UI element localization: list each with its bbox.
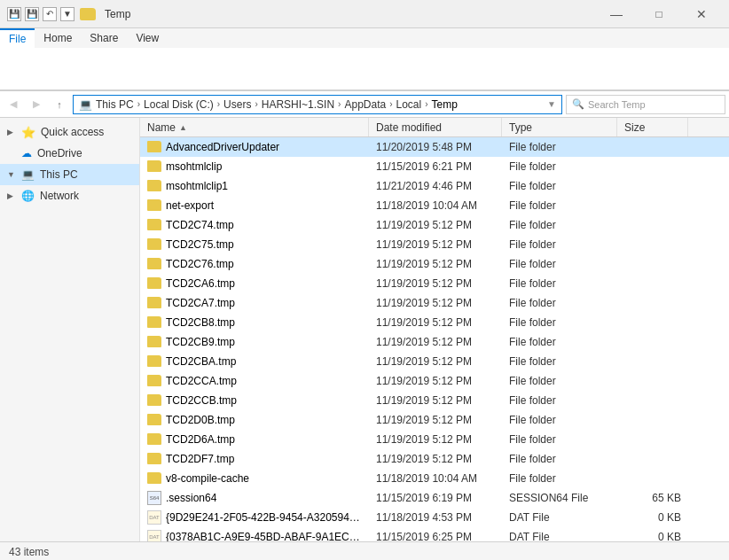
file-cell-name: TCD2C76.tmp <box>140 258 369 270</box>
file-name: TCD2C76.tmp <box>166 258 234 270</box>
folder-icon <box>147 297 161 308</box>
table-row[interactable]: TCD2C74.tmp 11/19/2019 5:12 PM File fold… <box>140 215 729 235</box>
col-header-type[interactable]: Type <box>502 118 617 136</box>
col-header-name[interactable]: Name ▲ <box>140 118 369 136</box>
tab-view[interactable]: View <box>127 28 168 48</box>
table-row[interactable]: net-export 11/18/2019 10:04 AM File fold… <box>140 196 729 215</box>
file-name: msohtmlclip <box>166 160 222 173</box>
table-row[interactable]: TCD2DF7.tmp 11/19/2019 5:12 PM File fold… <box>140 449 729 469</box>
table-row[interactable]: TCD2CCB.tmp 11/19/2019 5:12 PM File fold… <box>140 391 729 410</box>
table-row[interactable]: TCD2D6A.tmp 11/19/2019 5:12 PM File fold… <box>140 430 729 449</box>
forward-button[interactable]: ▶ <box>27 95 46 114</box>
table-row[interactable]: TCD2D0B.tmp 11/19/2019 5:12 PM File fold… <box>140 410 729 430</box>
sort-asc-icon: ▲ <box>179 123 187 132</box>
file-cell-name: TCD2CA6.tmp <box>140 277 369 290</box>
file-cell-name: TCD2CB9.tmp <box>140 336 369 348</box>
expand-icon: ▶ <box>7 128 16 136</box>
quick-access-icon[interactable]: 💾 <box>7 7 21 21</box>
file-cell-name: DAT {0378AB1C-A9E9-45BD-ABAF-9A1EC9AF... <box>140 530 369 542</box>
file-cell-date: 11/19/2019 5:12 PM <box>369 238 502 251</box>
file-name: TCD2CA6.tmp <box>166 277 235 290</box>
table-row[interactable]: TCD2CA6.tmp 11/19/2019 5:12 PM File fold… <box>140 274 729 293</box>
table-row[interactable]: TCD2C76.tmp 11/19/2019 5:12 PM File fold… <box>140 254 729 274</box>
file-cell-name: TCD2CCB.tmp <box>140 394 369 407</box>
sidebar-item-this-pc[interactable]: ▼ 💻 This PC <box>0 164 139 185</box>
file-name: msohtmlclip1 <box>166 180 228 192</box>
folder-icon <box>147 219 161 230</box>
ribbon-tabs: File Home Share View <box>0 28 729 48</box>
folder-icon <box>147 414 161 425</box>
sidebar-item-onedrive[interactable]: ☁ OneDrive <box>0 143 139 164</box>
dropdown-icon[interactable]: ▼ <box>60 7 74 21</box>
title-bar-icons: 💾 💾 ↶ ▼ <box>7 7 74 21</box>
file-cell-type: File folder <box>502 141 617 153</box>
file-cell-name: net-export <box>140 199 369 212</box>
table-row[interactable]: TCD2CB9.tmp 11/19/2019 5:12 PM File fold… <box>140 332 729 352</box>
table-row[interactable]: AdvancedDriverUpdater 11/20/2019 5:48 PM… <box>140 137 729 157</box>
table-row[interactable]: TCD2CB8.tmp 11/19/2019 5:12 PM File fold… <box>140 313 729 332</box>
file-cell-date: 11/20/2019 5:48 PM <box>369 141 502 153</box>
table-row[interactable]: DAT {9D29E241-2F05-422B-9454-A3205946F22… <box>140 508 729 527</box>
table-row[interactable]: TCD2C75.tmp 11/19/2019 5:12 PM File fold… <box>140 235 729 254</box>
file-name: v8-compile-cache <box>166 472 249 485</box>
sidebar: ▶ ⭐ Quick access ☁ OneDrive ▼ 💻 This PC … <box>0 118 140 541</box>
tab-file[interactable]: File <box>0 28 35 48</box>
file-cell-date: 11/19/2019 5:12 PM <box>369 394 502 407</box>
folder-icon <box>147 453 161 464</box>
search-box[interactable]: 🔍 Search Temp <box>566 95 725 114</box>
path-users: Users <box>223 98 251 111</box>
file-name: TCD2C74.tmp <box>166 219 234 231</box>
file-cell-type: File folder <box>502 297 617 309</box>
file-cell-date: 11/19/2019 5:12 PM <box>369 258 502 270</box>
table-row[interactable]: msohtmlclip 11/15/2019 6:21 PM File fold… <box>140 157 729 176</box>
back-button[interactable]: ◀ <box>4 95 23 114</box>
onedrive-cloud-icon: ☁ <box>21 147 32 159</box>
table-row[interactable]: DAT {0378AB1C-A9E9-45BD-ABAF-9A1EC9AF...… <box>140 527 729 541</box>
path-local-disk: Local Disk (C:) <box>144 98 214 111</box>
table-row[interactable]: TCD2CA7.tmp 11/19/2019 5:12 PM File fold… <box>140 293 729 313</box>
sidebar-item-quick-access[interactable]: ▶ ⭐ Quick access <box>0 121 139 143</box>
table-row[interactable]: v8-compile-cache 11/18/2019 10:04 AM Fil… <box>140 469 729 488</box>
file-cell-date: 11/15/2019 6:19 PM <box>369 492 502 504</box>
close-button[interactable]: ✕ <box>681 1 722 27</box>
tab-share[interactable]: Share <box>81 28 127 48</box>
sidebar-item-network[interactable]: ▶ 🌐 Network <box>0 185 139 206</box>
file-name: TCD2CA7.tmp <box>166 297 235 309</box>
col-header-size[interactable]: Size <box>617 118 688 136</box>
path-this-pc: This PC <box>96 98 134 111</box>
file-cell-date: 11/19/2019 5:12 PM <box>369 433 502 446</box>
file-name: TCD2CCA.tmp <box>166 375 237 387</box>
table-row[interactable]: msohtmlclip1 11/21/2019 4:46 PM File fol… <box>140 176 729 196</box>
search-placeholder: Search Temp <box>588 99 646 110</box>
file-cell-type: File folder <box>502 336 617 348</box>
folder-icon <box>147 336 161 347</box>
up-button[interactable]: ↑ <box>50 95 69 114</box>
file-cell-type: File folder <box>502 375 617 387</box>
table-row[interactable]: TCD2CBA.tmp 11/19/2019 5:12 PM File fold… <box>140 352 729 371</box>
file-cell-size: 65 KB <box>617 492 688 504</box>
minimize-button[interactable]: — <box>596 1 637 27</box>
table-row[interactable]: TCD2CCA.tmp 11/19/2019 5:12 PM File fold… <box>140 371 729 391</box>
file-cell-date: 11/15/2019 6:25 PM <box>369 531 502 542</box>
file-cell-name: TCD2CBA.tmp <box>140 355 369 368</box>
file-name: TCD2CB9.tmp <box>166 336 235 348</box>
folder-icon <box>147 472 161 484</box>
maximize-button[interactable]: □ <box>639 1 679 27</box>
table-row[interactable]: S64 .session64 11/15/2019 6:19 PM SESSIO… <box>140 488 729 508</box>
file-cell-type: File folder <box>502 219 617 231</box>
file-name: TCD2CCB.tmp <box>166 394 237 407</box>
file-cell-date: 11/18/2019 10:04 AM <box>369 199 502 212</box>
file-name: TCD2D6A.tmp <box>166 433 235 446</box>
file-cell-name: TCD2D6A.tmp <box>140 433 369 446</box>
address-path[interactable]: 💻 This PC › Local Disk (C:) › Users › HA… <box>73 95 562 114</box>
folder-icon <box>147 394 161 406</box>
undo-icon[interactable]: ↶ <box>43 7 57 21</box>
save-icon[interactable]: 💾 <box>25 7 39 21</box>
folder-icon <box>147 141 161 152</box>
file-cell-type: File folder <box>502 414 617 426</box>
col-header-date[interactable]: Date modified <box>369 118 502 136</box>
status-bar: 43 items <box>0 541 729 560</box>
tab-home[interactable]: Home <box>35 28 81 48</box>
folder-icon <box>147 199 161 211</box>
file-cell-name: DAT {9D29E241-2F05-422B-9454-A3205946F22… <box>140 510 369 525</box>
